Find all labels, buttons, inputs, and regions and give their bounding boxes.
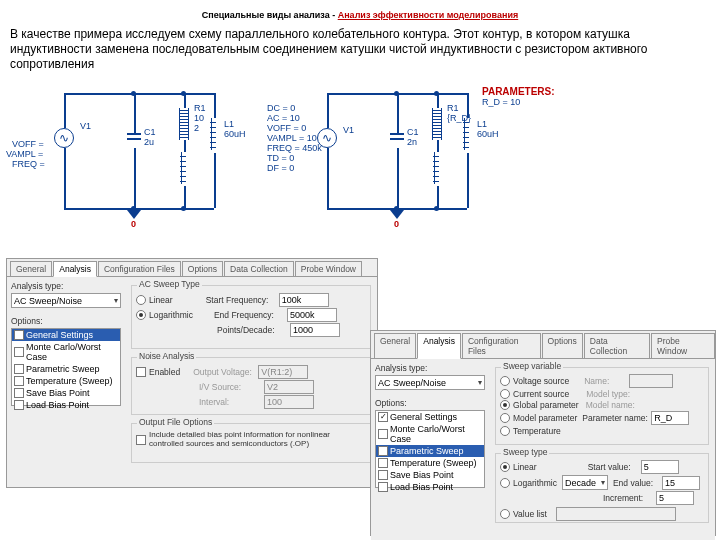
tabs-2: General Analysis Configuration Files Opt… bbox=[371, 331, 715, 359]
log-radio[interactable] bbox=[136, 310, 146, 320]
options-list-2[interactable]: General Settings Monte Carlo/Worst Case … bbox=[375, 410, 485, 488]
freq-label: FREQ = bbox=[12, 160, 45, 170]
atype-select-2[interactable]: AC Sweep/Noise bbox=[375, 375, 485, 390]
description: В качестве примера исследуем схему парал… bbox=[0, 25, 720, 78]
c1-val: 2u bbox=[144, 138, 154, 148]
gp-radio[interactable] bbox=[500, 400, 510, 410]
end-freq-input[interactable] bbox=[287, 308, 337, 322]
tmp-radio[interactable] bbox=[500, 426, 510, 436]
gnd-label: 0 bbox=[131, 220, 136, 230]
noise-enabled-check[interactable] bbox=[136, 367, 146, 377]
start-freq-input[interactable] bbox=[279, 293, 329, 307]
sine-icon: ∿ bbox=[322, 131, 332, 145]
name-input bbox=[629, 374, 673, 388]
tab-config[interactable]: Configuration Files bbox=[98, 261, 181, 276]
lin-radio[interactable] bbox=[500, 462, 510, 472]
param-header: PARAMETERS: bbox=[482, 86, 555, 97]
cs-radio[interactable] bbox=[500, 389, 510, 399]
ground-icon bbox=[390, 210, 404, 219]
ofo-header: Output File Options bbox=[137, 417, 214, 427]
tab-general[interactable]: General bbox=[10, 261, 52, 276]
int-input bbox=[264, 395, 314, 409]
sweep-header: AC Sweep Type bbox=[137, 279, 202, 289]
ev-input[interactable] bbox=[662, 476, 700, 490]
simulation-settings-panel-2: General Analysis Configuration Files Opt… bbox=[370, 330, 716, 536]
title-prefix: Специальные виды анализа - bbox=[202, 10, 338, 20]
schematic-left: ∿ V1 VOFF = VAMPL = FREQ = C1 2u R1 10 2… bbox=[14, 78, 244, 233]
atype-label-2: Analysis type: bbox=[375, 363, 485, 373]
sine-icon: ∿ bbox=[59, 131, 69, 145]
options-list[interactable]: General Settings Monte Carlo/Worst Case … bbox=[11, 328, 121, 406]
r1-val2: 2 bbox=[194, 124, 199, 134]
c1-val2: 2n bbox=[407, 138, 417, 148]
sweep-var-header: Sweep variable bbox=[501, 361, 563, 371]
sweep-type-header: Sweep type bbox=[501, 447, 549, 457]
inc-input[interactable] bbox=[656, 491, 694, 505]
vl-input bbox=[556, 507, 676, 521]
simulation-settings-panel-1: General Analysis Configuration Files Opt… bbox=[6, 258, 378, 488]
tab-data-2[interactable]: Data Collection bbox=[584, 333, 650, 358]
tab-probe-2[interactable]: Probe Window bbox=[651, 333, 715, 358]
sv-input[interactable] bbox=[641, 460, 679, 474]
atype-select[interactable]: AC Sweep/Noise bbox=[11, 293, 121, 308]
tab-options-2[interactable]: Options bbox=[542, 333, 583, 358]
ground-icon bbox=[127, 210, 141, 219]
tab-probe[interactable]: Probe Window bbox=[295, 261, 362, 276]
linear-radio[interactable] bbox=[136, 295, 146, 305]
v1-label2: V1 bbox=[343, 126, 354, 136]
tab-data[interactable]: Data Collection bbox=[224, 261, 294, 276]
dec-select[interactable]: Decade bbox=[562, 475, 608, 490]
tab-analysis[interactable]: Analysis bbox=[53, 261, 97, 277]
schematic-right: ∿ V1 DC = 0 AC = 10 VOFF = 0 VAMPL = 10 … bbox=[262, 78, 542, 233]
noise-header: Noise Analysis bbox=[137, 351, 196, 361]
pname-input[interactable] bbox=[651, 411, 689, 425]
log-radio-2[interactable] bbox=[500, 478, 510, 488]
title-main: Анализ эффективности моделирования bbox=[338, 10, 519, 20]
param-val: R_D = 10 bbox=[482, 98, 520, 108]
points-input[interactable] bbox=[290, 323, 340, 337]
l1-val: 60uH bbox=[224, 130, 246, 140]
gnd-label2: 0 bbox=[394, 220, 399, 230]
vl-radio[interactable] bbox=[500, 509, 510, 519]
l1-val2: 60uH bbox=[477, 130, 499, 140]
tab-options[interactable]: Options bbox=[182, 261, 223, 276]
df-label: DF = 0 bbox=[267, 164, 294, 174]
iv-input bbox=[264, 380, 314, 394]
opt-label: Options: bbox=[11, 316, 121, 326]
mp-radio[interactable] bbox=[500, 413, 510, 423]
page-title: Специальные виды анализа - Анализ эффект… bbox=[0, 0, 720, 25]
tab-analysis-2[interactable]: Analysis bbox=[417, 333, 461, 359]
opt-label-2: Options: bbox=[375, 398, 485, 408]
tab-config-2[interactable]: Configuration Files bbox=[462, 333, 541, 358]
tabs-1: General Analysis Configuration Files Opt… bbox=[7, 259, 377, 277]
ov-input bbox=[258, 365, 308, 379]
atype-label: Analysis type: bbox=[11, 281, 121, 291]
vs-radio[interactable] bbox=[500, 376, 510, 386]
v1-label: V1 bbox=[80, 122, 91, 132]
tab-general-2[interactable]: General bbox=[374, 333, 416, 358]
ofo-check[interactable] bbox=[136, 435, 146, 445]
